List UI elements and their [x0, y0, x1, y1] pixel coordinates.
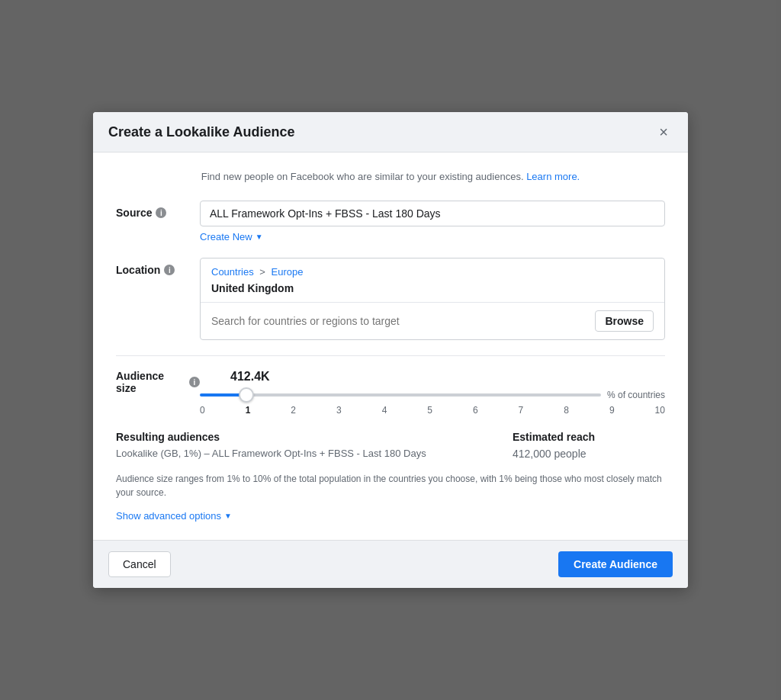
source-content: Create New ▼ [200, 201, 665, 242]
audience-size-slider[interactable] [200, 393, 601, 397]
cancel-button[interactable]: Cancel [108, 551, 171, 577]
audience-size-info-icon: i [189, 377, 200, 387]
breadcrumb-separator: > [259, 266, 268, 278]
location-selected-country: United Kingdom [201, 279, 664, 303]
close-button[interactable]: × [654, 123, 673, 141]
audience-description: Lookalike (GB, 1%) – ALL Framework Opt-I… [116, 448, 497, 459]
location-row: Location i Countries > Europe United Kin… [116, 258, 665, 340]
location-box: Countries > Europe United Kingdom Browse [200, 258, 665, 340]
slider-value: 412.4K [230, 370, 665, 384]
tick-1: 1 [246, 405, 251, 416]
modal-dialog: Create a Lookalike Audience × Find new p… [93, 112, 688, 588]
tick-8: 8 [564, 405, 569, 416]
percent-label: % of countries [607, 390, 665, 400]
tick-2: 2 [291, 405, 296, 416]
reach-value: 412,000 people [513, 448, 665, 460]
tick-3: 3 [336, 405, 342, 416]
modal-header: Create a Lookalike Audience × [93, 112, 688, 153]
audience-size-content: 412.4K % of countries 0 1 2 3 4 5 6 7 [200, 370, 665, 416]
tick-0: 0 [200, 405, 205, 416]
location-label: Location i [116, 258, 200, 276]
divider [116, 355, 665, 356]
location-content: Countries > Europe United Kingdom Browse [200, 258, 665, 340]
modal-overlay: Create a Lookalike Audience × Find new p… [0, 0, 781, 700]
advanced-dropdown-icon: ▼ [224, 512, 232, 520]
tick-6: 6 [473, 405, 478, 416]
tick-4: 4 [382, 405, 387, 416]
dropdown-arrow-icon: ▼ [256, 233, 263, 241]
modal-body: Find new people on Facebook who are simi… [93, 153, 688, 540]
browse-button[interactable]: Browse [595, 310, 654, 332]
location-search-input[interactable] [211, 315, 595, 327]
intro-text: Find new people on Facebook who are simi… [116, 171, 665, 182]
results-section: Resulting audiences Lookalike (GB, 1%) –… [116, 431, 665, 460]
tick-7: 7 [519, 405, 524, 416]
create-audience-button[interactable]: Create Audience [558, 551, 673, 577]
audience-size-label: Audience size i [116, 370, 200, 394]
source-label: Source i [116, 201, 200, 219]
info-note: Audience size ranges from 1% to 10% of t… [116, 472, 665, 499]
tick-10: 10 [655, 405, 665, 416]
results-heading: Resulting audiences [116, 431, 497, 443]
results-right: Estimated reach 412,000 people [513, 431, 665, 460]
breadcrumb-region-link[interactable]: Europe [271, 266, 303, 278]
breadcrumb-countries-link[interactable]: Countries [211, 266, 254, 278]
show-advanced-button[interactable]: Show advanced options ▼ [116, 510, 232, 522]
location-search-row: Browse [201, 303, 664, 339]
modal-footer: Cancel Create Audience [93, 540, 688, 588]
slider-row: % of countries [200, 390, 665, 400]
create-new-button[interactable]: Create New ▼ [200, 231, 263, 242]
tick-5: 5 [427, 405, 432, 416]
reach-heading: Estimated reach [513, 431, 665, 443]
source-row: Source i Create New ▼ [116, 201, 665, 242]
results-left: Resulting audiences Lookalike (GB, 1%) –… [116, 431, 497, 460]
slider-tick-labels: 0 1 2 3 4 5 6 7 8 9 10 [200, 405, 665, 416]
location-info-icon: i [164, 265, 175, 275]
audience-size-row: Audience size i 412.4K % of countries 0 … [116, 370, 665, 416]
tick-9: 9 [609, 405, 615, 416]
location-breadcrumb: Countries > Europe [201, 258, 664, 279]
learn-more-link[interactable]: Learn more. [526, 171, 580, 182]
source-info-icon: i [156, 207, 166, 218]
modal-title: Create a Lookalike Audience [108, 124, 294, 140]
source-input[interactable] [200, 201, 665, 226]
